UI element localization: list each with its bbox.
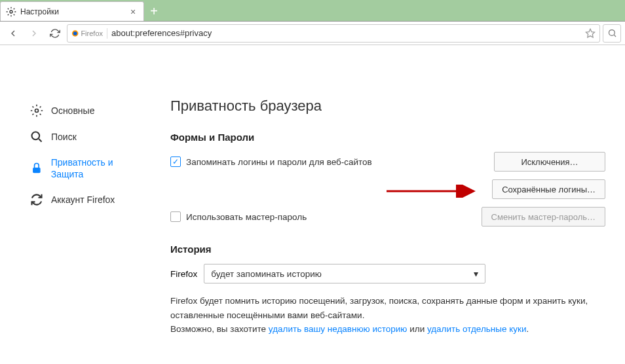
- identity-box[interactable]: Firefox: [71, 28, 107, 39]
- history-mode-select[interactable]: будет запоминать историю ▾: [204, 264, 485, 283]
- sidebar: Основные Поиск Приватность и Защита Акка…: [0, 58, 157, 364]
- sidebar-item-privacy[interactable]: Приватность и Защита: [26, 150, 151, 187]
- gear-icon: [6, 7, 16, 17]
- sidebar-item-label: Поиск: [51, 131, 77, 143]
- svg-point-7: [32, 132, 40, 140]
- close-icon[interactable]: ×: [128, 7, 138, 17]
- back-button[interactable]: [4, 24, 22, 43]
- search-button[interactable]: [603, 24, 621, 43]
- gear-icon: [30, 104, 43, 117]
- search-icon: [30, 130, 43, 143]
- checkbox-unchecked-icon: [170, 211, 181, 222]
- checkbox-checked-icon: ✓: [170, 156, 181, 167]
- tab-title: Настройки: [20, 7, 128, 16]
- main-panel: Приватность браузера Формы и Пароли ✓ За…: [157, 58, 625, 364]
- new-tab-button[interactable]: +: [144, 1, 164, 21]
- master-password-checkbox[interactable]: Использовать мастер-пароль: [170, 211, 307, 222]
- sidebar-item-label: Аккаунт Firefox: [51, 194, 115, 206]
- sidebar-item-search[interactable]: Поиск: [26, 124, 151, 150]
- sidebar-item-label: Основные: [51, 105, 94, 117]
- exceptions-button[interactable]: Исключения…: [494, 152, 605, 172]
- remember-logins-checkbox[interactable]: ✓ Запоминать логины и пароли для веб-сай…: [170, 156, 372, 167]
- svg-point-2: [73, 31, 77, 35]
- checkbox-label: Запоминать логины и пароли для веб-сайто…: [186, 157, 372, 167]
- browser-tab[interactable]: Настройки ×: [0, 1, 144, 21]
- forward-button[interactable]: [25, 24, 43, 43]
- firefox-icon: [71, 28, 79, 39]
- saved-logins-button[interactable]: Сохранённые логины…: [492, 179, 605, 199]
- url-input[interactable]: [111, 28, 585, 38]
- svg-marker-3: [586, 29, 594, 37]
- tab-bar: Настройки × +: [0, 0, 625, 22]
- lock-icon: [30, 162, 43, 175]
- page-title: Приватность браузера: [170, 98, 605, 115]
- history-prefix: Firefox: [170, 269, 197, 279]
- clear-cookies-link[interactable]: удалить отдельные куки: [427, 324, 527, 334]
- history-description: Firefox будет помнить историю посещений,…: [170, 294, 605, 322]
- sidebar-item-account[interactable]: Аккаунт Firefox: [26, 187, 151, 213]
- toolbar: Firefox: [0, 22, 625, 45]
- reload-button[interactable]: [46, 24, 64, 43]
- url-bar[interactable]: Firefox: [67, 24, 600, 43]
- chevron-down-icon: ▾: [474, 268, 478, 279]
- sidebar-item-label: Приватность и Защита: [51, 156, 147, 180]
- svg-point-6: [35, 109, 39, 113]
- clear-recent-history-link[interactable]: удалить вашу недавнюю историю: [269, 324, 407, 334]
- sync-icon: [30, 193, 43, 206]
- checkbox-label: Использовать мастер-пароль: [186, 212, 307, 222]
- sidebar-item-general[interactable]: Основные: [26, 98, 151, 124]
- bookmark-star-icon[interactable]: [585, 28, 596, 39]
- svg-point-0: [10, 10, 12, 13]
- section-history-heading: История: [170, 244, 605, 255]
- change-master-password-button: Сменить мастер-пароль…: [482, 207, 605, 227]
- history-links-line: Возможно, вы захотите удалить вашу недав…: [170, 322, 605, 337]
- svg-rect-8: [33, 168, 41, 173]
- svg-point-4: [609, 30, 615, 36]
- select-value: будет запоминать историю: [211, 269, 322, 279]
- section-forms-heading: Формы и Пароли: [170, 132, 605, 143]
- identity-label: Firefox: [81, 29, 103, 37]
